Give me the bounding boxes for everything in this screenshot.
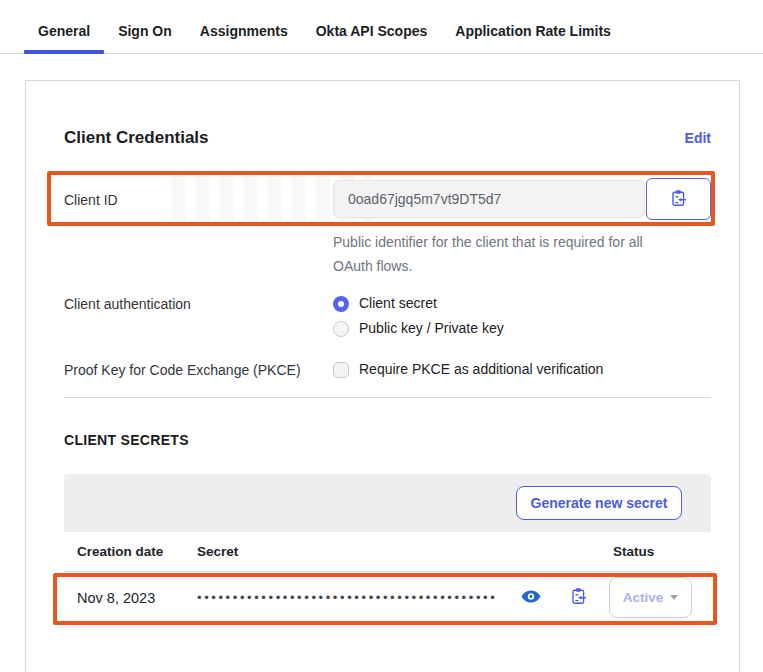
pkce-row: Proof Key for Code Exchange (PKCE) Requi… [64,360,711,379]
client-id-value-field[interactable]: 0oad67jgq5m7vt9DT5d7 [333,180,645,218]
pkce-label: Proof Key for Code Exchange (PKCE) [64,360,333,379]
tab-general-label: General [38,23,90,39]
tab-assignments-label: Assignments [200,23,288,39]
pkce-options: Require PKCE as additional verification [333,360,603,379]
section-divider [64,397,711,398]
client-authentication-options: Client secret Public key / Private key [333,294,504,338]
client-authentication-label: Client authentication [64,294,333,338]
clipboard-copy-icon [670,189,687,210]
tab-okta-api-scopes-label: Okta API Scopes [316,23,428,39]
header-status: Status [613,544,654,559]
tab-general[interactable]: General [24,10,104,53]
clipboard-copy-icon [570,587,587,608]
radio-selected-icon[interactable] [333,296,349,312]
client-credentials-title: Client Credentials [64,128,209,148]
radio-client-secret-label: Client secret [359,294,437,313]
tab-bar: General Sign On Assignments Okta API Sco… [0,0,763,54]
client-id-row: Client ID 0oad67jgq5m7vt9DT5d7 [64,178,711,220]
header-creation-date: Creation date [77,544,197,559]
pkce-checkbox-option[interactable]: Require PKCE as additional verification [333,360,603,379]
tab-application-rate-limits[interactable]: Application Rate Limits [441,10,625,53]
generate-new-secret-button[interactable]: Generate new secret [516,486,682,520]
radio-unselected-icon[interactable] [333,321,349,337]
status-dropdown-button[interactable]: Active [609,577,692,618]
client-id-copy-button[interactable] [646,178,711,220]
status-label: Active [623,590,664,605]
checkbox-unchecked-icon[interactable] [333,362,349,378]
tab-sign-on-label: Sign On [118,23,172,39]
caret-down-icon [670,595,678,600]
cell-creation-date: Nov 8, 2023 [77,590,197,606]
table-row: Nov 8, 2023 ••••••••••••••••••••••••••••… [64,572,711,624]
settings-card: Client Credentials Edit Client ID 0oad67… [25,80,740,672]
tab-assignments[interactable]: Assignments [186,10,302,53]
client-id-help-text: Public identifier for the client that is… [333,230,665,278]
table-header-row: Creation date Secret Status [64,532,711,572]
client-authentication-row: Client authentication Client secret Publ… [64,294,711,338]
client-credentials-header: Client Credentials Edit [64,81,711,148]
client-secrets-table: Generate new secret Creation date Secret… [64,474,711,624]
edit-link[interactable]: Edit [685,130,711,146]
radio-public-private-key-label: Public key / Private key [359,319,504,338]
radio-option-public-private-key[interactable]: Public key / Private key [333,319,504,338]
eye-icon [521,590,541,606]
copy-secret-button[interactable] [570,587,587,608]
tab-application-rate-limits-label: Application Rate Limits [455,23,611,39]
radio-option-client-secret[interactable]: Client secret [333,294,504,313]
client-secrets-title: CLIENT SECRETS [64,432,711,448]
cell-secret-masked: ••••••••••••••••••••••••••••••••••••••••… [197,590,519,605]
header-secret: Secret [197,544,613,559]
tab-sign-on[interactable]: Sign On [104,10,186,53]
client-id-value: 0oad67jgq5m7vt9DT5d7 [348,191,501,207]
client-secrets-toolbar: Generate new secret [64,474,711,532]
tab-okta-api-scopes[interactable]: Okta API Scopes [302,10,442,53]
pkce-option-label: Require PKCE as additional verification [359,360,603,379]
reveal-secret-button[interactable] [521,590,541,606]
